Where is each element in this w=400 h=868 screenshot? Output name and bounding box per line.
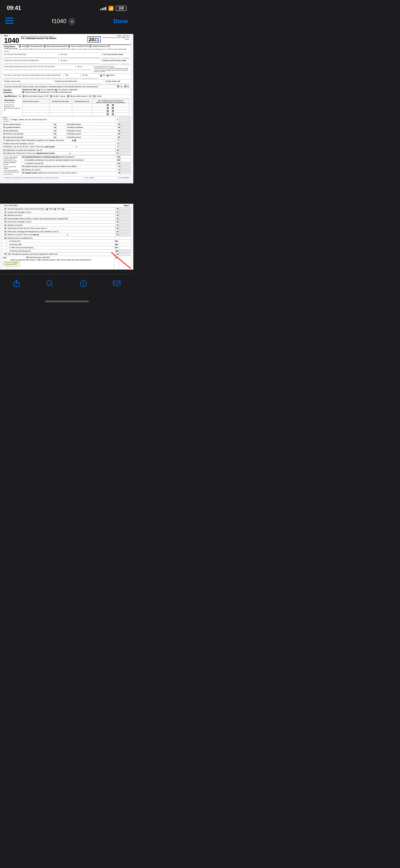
line12a-amount[interactable] xyxy=(120,156,131,159)
dep-rel-2[interactable] xyxy=(72,107,92,110)
line4a-amount[interactable] xyxy=(56,129,66,132)
dep-name-2[interactable] xyxy=(22,107,50,110)
line7-amount[interactable] xyxy=(119,139,131,142)
line11-amount[interactable] xyxy=(119,152,131,155)
p2-line22-amount[interactable] xyxy=(119,227,131,230)
dep-row-2[interactable] xyxy=(22,107,129,110)
apt-input[interactable] xyxy=(77,68,91,70)
message-button[interactable] xyxy=(109,278,125,289)
line9-amount[interactable] xyxy=(119,145,131,148)
content-area: Form 1040 Department of the Treasury—Int… xyxy=(0,34,133,270)
dep-name-4[interactable] xyxy=(22,113,50,116)
pres-spouse-checkbox[interactable] xyxy=(107,75,109,76)
dep-ssn-1[interactable] xyxy=(50,104,72,107)
spouse-itemizes-checkbox[interactable] xyxy=(22,91,24,93)
chevron-down-icon[interactable]: ▾ xyxy=(69,18,75,25)
line8-amount[interactable] xyxy=(119,142,131,145)
pres-you-checkbox[interactable] xyxy=(100,75,102,76)
born-before-1957-checkbox[interactable] xyxy=(23,95,24,97)
dep-col4-header: (4) ✓ if qualifies for (see instructions… xyxy=(92,99,129,104)
zip-input[interactable] xyxy=(82,77,97,78)
spouse-ssn-input[interactable] xyxy=(103,62,118,64)
dep-rel-4[interactable] xyxy=(72,113,92,116)
is-blind-checkbox[interactable] xyxy=(94,95,95,97)
filing-qw[interactable]: Qualifying widow(er) (QW) xyxy=(90,46,110,48)
foreign-country-input[interactable] xyxy=(4,83,52,84)
you-dependent-checkbox[interactable] xyxy=(38,89,40,91)
home-address-input[interactable] xyxy=(4,68,74,70)
filing-single[interactable]: Single xyxy=(19,46,26,48)
dep-name-3[interactable] xyxy=(22,110,50,113)
p2-line25b-amount[interactable] xyxy=(119,243,131,246)
p2-line18-amount[interactable] xyxy=(119,214,131,217)
firstname-input[interactable] xyxy=(4,56,57,58)
dep-ssn-4[interactable] xyxy=(50,113,72,116)
dep-rel-1[interactable] xyxy=(72,104,92,107)
p2-line20-amount[interactable] xyxy=(119,220,131,223)
line6a-amount[interactable] xyxy=(56,136,66,139)
p2-line21-amount[interactable] xyxy=(119,224,131,227)
p2-line16-amount[interactable] xyxy=(119,207,131,211)
dep-ssn-2[interactable] xyxy=(50,107,72,110)
nav-title-area[interactable]: f1040 ▾ xyxy=(52,18,75,25)
line7-checkbox[interactable] xyxy=(74,140,76,141)
is-blind-label: Is blind xyxy=(96,95,101,97)
menu-icon[interactable] xyxy=(5,17,14,26)
lastname-input[interactable] xyxy=(60,56,100,58)
line2b-amount[interactable] xyxy=(120,123,131,126)
p2-line17-amount[interactable] xyxy=(119,211,131,214)
vc-no-checkbox[interactable] xyxy=(125,86,126,87)
line3b-amount[interactable] xyxy=(120,126,131,129)
line12c-amount[interactable] xyxy=(120,162,131,165)
line4b-amount[interactable] xyxy=(120,129,131,132)
line10-amount[interactable] xyxy=(119,149,131,152)
dep-name-1[interactable] xyxy=(22,104,50,107)
vc-yes-checkbox[interactable] xyxy=(117,86,119,87)
spouse-dependent-checkbox[interactable] xyxy=(55,89,57,91)
dep-rel-3[interactable] xyxy=(72,110,92,113)
line1-amount[interactable] xyxy=(119,117,131,122)
spouse-born-before-1957-checkbox[interactable] xyxy=(67,95,69,97)
share-button[interactable] xyxy=(8,278,25,289)
line2a-amount[interactable] xyxy=(56,123,66,126)
p2-line27a-amount[interactable] xyxy=(119,256,131,269)
filing-hoh[interactable]: Head of household (HOH) xyxy=(68,46,89,48)
done-button[interactable]: Done xyxy=(113,18,128,25)
search-button[interactable] xyxy=(42,278,58,289)
filing-mfj[interactable]: Married filing jointly xyxy=(27,46,43,48)
disclosure-note: For Disclosure, Privacy Act, and Paperwo… xyxy=(4,177,59,179)
dep-credit-3[interactable] xyxy=(92,110,129,113)
dep-credit-2[interactable] xyxy=(92,107,129,110)
dep-row-4[interactable] xyxy=(22,113,129,116)
p2-line24-amount[interactable] xyxy=(119,233,131,236)
line6b-amount[interactable] xyxy=(120,136,131,139)
line5b-amount[interactable] xyxy=(120,132,131,135)
joint-firstname-input[interactable] xyxy=(4,62,57,64)
annotate-button[interactable] xyxy=(75,278,92,289)
line12b-amount[interactable] xyxy=(120,159,131,162)
line14-amount[interactable] xyxy=(120,168,131,171)
city-input[interactable] xyxy=(4,77,62,78)
foreign-postal-input[interactable] xyxy=(106,83,129,84)
pres-you-label: You xyxy=(103,74,106,76)
dep-row-3[interactable] xyxy=(22,110,129,113)
ssn-input[interactable] xyxy=(103,56,118,58)
foreign-province-input[interactable] xyxy=(55,83,102,84)
dep-ssn-3[interactable] xyxy=(50,110,72,113)
p2-line23-amount[interactable] xyxy=(119,230,131,233)
p2-line25a-amount[interactable] xyxy=(119,240,131,243)
state-input[interactable] xyxy=(65,77,79,78)
dep-credit-4[interactable] xyxy=(92,113,129,116)
joint-lastname-input[interactable] xyxy=(60,62,100,64)
p2-line19-amount[interactable] xyxy=(119,217,131,220)
line15-amount[interactable] xyxy=(120,171,131,175)
line3a-amount[interactable] xyxy=(56,126,66,129)
p2-line25c-amount[interactable] xyxy=(119,246,131,249)
are-blind-checkbox[interactable] xyxy=(50,95,52,97)
filing-mfs[interactable]: Married filing separately (MFS) xyxy=(44,46,68,48)
line13-amount[interactable] xyxy=(120,165,131,168)
line5a-amount[interactable] xyxy=(56,132,66,135)
dep-credit-1[interactable] xyxy=(92,104,129,107)
dep-row-1[interactable] xyxy=(22,104,129,107)
name-row-1: Your first name and middle initial Last … xyxy=(3,53,131,59)
